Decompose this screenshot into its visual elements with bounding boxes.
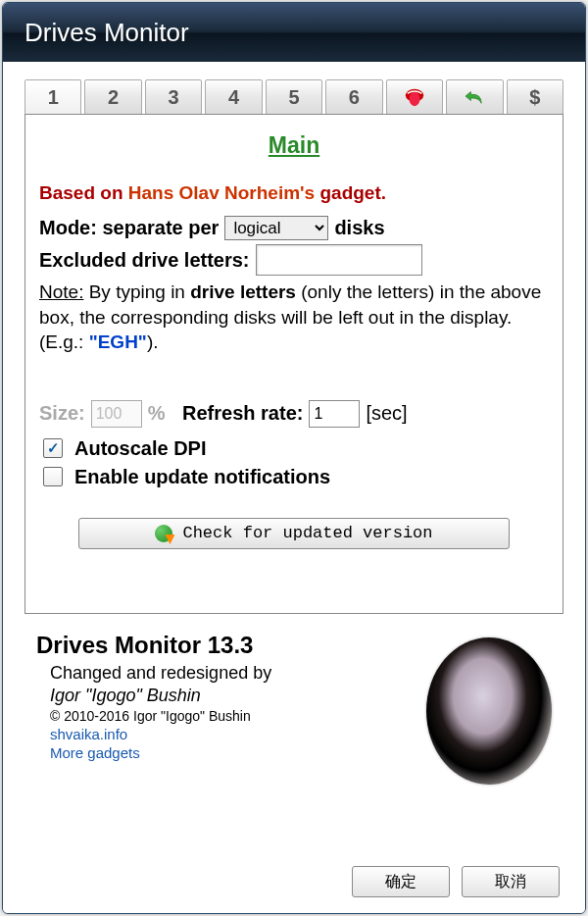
note-text-c: ). [147, 331, 159, 352]
about-title: Drives Monitor 13.3 [36, 632, 409, 659]
globe-download-icon [155, 525, 172, 542]
mode-label: Mode: separate per [39, 217, 219, 239]
credit-name: Hans Olav Norheim's [128, 182, 315, 203]
tab-dollar[interactable]: $ [507, 79, 564, 115]
author-avatar [426, 637, 552, 785]
link-more-gadgets[interactable]: More gadgets [36, 744, 409, 761]
credit-line: Based on Hans Olav Norheim's gadget. [39, 182, 549, 204]
tab-undo[interactable] [446, 79, 503, 115]
note-bold: drive letters [190, 281, 296, 302]
tab-5[interactable]: 5 [266, 79, 322, 115]
undo-icon [464, 88, 485, 106]
refresh-input[interactable] [309, 400, 360, 428]
excluded-input[interactable] [256, 244, 422, 276]
dialog-footer: 确定 取消 [24, 858, 564, 899]
tab-tongue[interactable] [386, 79, 443, 115]
cancel-button[interactable]: 取消 [462, 866, 560, 897]
svg-point-1 [409, 92, 419, 107]
tab-row: 1 2 3 4 5 6 $ [24, 79, 564, 115]
titlebar: Drives Monitor [3, 3, 585, 62]
updates-label: Enable update notifications [74, 466, 330, 488]
note-egh: "EGH" [89, 331, 147, 352]
check-update-label: Check for updated version [182, 524, 432, 542]
tab-6[interactable]: 6 [325, 79, 382, 115]
credit-based: Based on [39, 182, 128, 203]
about-changed: Changed and redesigned by [36, 663, 409, 684]
size-pct: % [148, 402, 166, 425]
tab-1[interactable]: 1 [24, 79, 81, 115]
note-label: Note: [39, 281, 83, 302]
autoscale-label: Autoscale DPI [74, 437, 206, 460]
window-title: Drives Monitor [24, 18, 189, 48]
tongue-icon [404, 86, 425, 108]
main-panel: Main Based on Hans Olav Norheim's gadget… [24, 114, 564, 614]
about-section: Drives Monitor 13.3 Changed and redesign… [24, 632, 564, 785]
tab-3[interactable]: 3 [145, 79, 202, 115]
size-input[interactable] [91, 400, 142, 428]
check-update-button[interactable]: Check for updated version [78, 518, 510, 549]
excluded-label: Excluded drive letters: [39, 249, 250, 272]
about-author: Igor "Igogo" Bushin [36, 686, 409, 706]
autoscale-checkbox[interactable]: ✓ [43, 438, 63, 458]
about-copyright: © 2010-2016 Igor "Igogo" Bushin [36, 708, 409, 724]
refresh-unit: [sec] [366, 402, 407, 425]
note-text-a: By typing in [83, 281, 190, 302]
mode-label-after: disks [334, 217, 384, 239]
ok-button[interactable]: 确定 [352, 866, 450, 897]
link-shvaika[interactable]: shvaika.info [36, 726, 409, 742]
size-label: Size: [39, 402, 85, 425]
refresh-label: Refresh rate: [182, 402, 303, 425]
updates-checkbox[interactable] [43, 467, 63, 486]
note-block: Note: By typing in drive letters (only t… [39, 280, 549, 355]
credit-gadget: gadget. [315, 182, 386, 203]
tab-2[interactable]: 2 [84, 79, 141, 115]
mode-select[interactable]: logical [224, 216, 328, 240]
tab-4[interactable]: 4 [205, 79, 262, 115]
main-title: Main [39, 132, 549, 159]
